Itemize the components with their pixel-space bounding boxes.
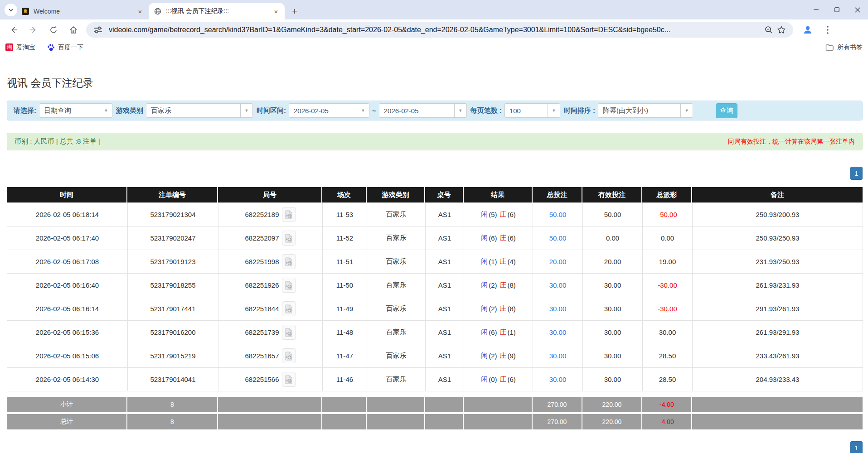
zoom-icon[interactable] [762,24,775,36]
page-1-button[interactable]: 1 [850,167,863,180]
bet-record-table: 时间注单编号局号场次游戏类别桌号结果总投注有效投注总派彩备注 2026-02-0… [7,187,863,429]
query-type-select[interactable]: 日期查询 ▼ [39,103,112,118]
tab-betrecord[interactable]: :::视讯 会员下注纪录::: × [149,3,285,19]
video-replay-button[interactable] [282,325,296,340]
date-end-select[interactable]: 2026-02-05 ▼ [379,103,467,118]
total-bet-link[interactable]: 30.00 [549,305,567,313]
forward-button[interactable] [26,22,41,38]
cell-table-number: AS1 [426,368,464,391]
close-icon[interactable]: × [272,7,280,15]
divider [817,43,817,52]
total-total-bet: 270.00 [533,414,582,429]
minimize-button[interactable] [805,0,826,19]
empty-cell [692,397,863,412]
total-bet-link[interactable]: 20.00 [549,258,567,265]
sort-select[interactable]: 降幂(由大到小) ▼ [598,103,693,118]
new-tab-button[interactable]: + [288,5,301,18]
cell-session: 11-46 [323,368,367,391]
maximize-button[interactable] [826,0,847,19]
cell-session: 11-48 [323,321,367,344]
all-bookmarks[interactable]: 所有书签 [817,43,863,52]
cell-bet-number: 523179018255 [128,274,218,297]
cell-table-number: AS1 [426,226,464,250]
video-file-icon [285,234,293,243]
reload-button[interactable] [46,22,61,38]
page-title: 视讯 会员下注纪录 [7,76,868,90]
player-score: (0) [489,376,497,383]
player-label: 闲 [481,281,488,289]
caret-down-icon: ▼ [240,104,252,117]
cell-time: 2026-02-05 06:15:36 [7,321,128,344]
date-start-select[interactable]: 2026-02-05 ▼ [289,103,369,118]
total-bet-link[interactable]: 30.00 [549,328,567,336]
bookmark-star-icon[interactable] [775,24,788,36]
close-window-button[interactable] [847,0,868,19]
per-page-select[interactable]: 100 ▼ [504,103,560,118]
subtotal-count: 8 [127,397,218,412]
subtotal-row: 小计 8 270.00 220.00 -4.00 [7,397,863,412]
total-label: 总计 [7,414,127,429]
banker-label: 庄 [500,328,507,337]
video-replay-button[interactable] [282,301,296,316]
total-bet-link[interactable]: 30.00 [549,281,567,289]
round-number: 682251926 [245,281,279,289]
home-button[interactable] [66,22,81,38]
empty-cell [464,414,533,429]
subtotal-total-bet: 270.00 [533,397,582,412]
total-payout: -4.00 [642,414,692,429]
tilde-separator: ~ [372,107,376,115]
cell-payout: -30.00 [643,274,693,297]
cell-game-kind: 百家乐 [367,250,426,274]
profile-avatar[interactable] [800,22,815,38]
total-bet-link[interactable]: 30.00 [549,376,567,383]
player-label: 闲 [481,328,488,337]
search-button[interactable]: 查询 [716,103,737,118]
bookmark-label: 爱淘宝 [16,43,35,52]
banker-score: (6) [508,376,516,383]
toolbar-right [798,22,838,38]
column-header: 有效投注 [582,187,642,202]
cell-game-kind: 百家乐 [367,297,426,321]
url-bar[interactable]: videoie.com/game/betrecord_search/kind3?… [86,22,793,38]
round-number: 682251566 [245,376,279,383]
tab-search-button[interactable] [5,4,17,16]
cell-valid-bet: 30.00 [583,368,643,391]
video-replay-button[interactable] [282,278,296,293]
cell-remark: 204.93/233.43 [693,368,863,391]
video-replay-button[interactable] [282,254,296,269]
cell-session: 11-53 [323,203,367,226]
column-header: 游戏类别 [367,187,425,202]
cell-total-bet: 30.00 [533,368,583,391]
video-replay-button[interactable] [282,348,296,363]
back-button[interactable] [6,22,21,38]
bookmark-aitaobao[interactable]: 淘 爱淘宝 [5,43,35,52]
table-row: 2026-02-05 06:17:40 523179020247 6822520… [7,226,863,250]
menu-kebab-icon[interactable] [820,22,835,38]
total-bet-link[interactable]: 50.00 [549,234,567,242]
video-replay-button[interactable] [282,207,296,222]
cell-bet-number: 523179017441 [128,297,218,321]
total-bet-link[interactable]: 30.00 [549,352,567,360]
page-1-button[interactable]: 1 [850,441,863,453]
tab-welcome[interactable]: Welcome × [16,3,149,19]
video-replay-button[interactable] [282,372,296,387]
cell-payout: -50.00 [643,203,693,226]
window-controls [805,0,868,19]
column-header: 备注 [692,187,863,202]
empty-cell [322,397,367,412]
column-header: 时间 [7,187,127,202]
cell-payout: -30.00 [643,297,693,321]
cell-bet-number: 523179019123 [128,250,218,274]
cell-time: 2026-02-05 06:14:30 [7,368,128,391]
time-range-label: 时间区间: [257,106,286,115]
bookmark-baidu[interactable]: 百度一下 [47,43,83,52]
banker-score: (4) [508,258,516,265]
site-settings-icon[interactable] [92,24,104,36]
pagination-top: 1 [0,167,863,180]
video-replay-button[interactable] [282,231,296,246]
cell-table-number: AS1 [426,321,464,344]
close-icon[interactable]: × [136,7,144,15]
game-kind-select[interactable]: 百家乐 ▼ [146,103,253,118]
total-bet-link[interactable]: 50.00 [549,211,567,218]
cell-bet-number: 523179016200 [128,321,218,344]
